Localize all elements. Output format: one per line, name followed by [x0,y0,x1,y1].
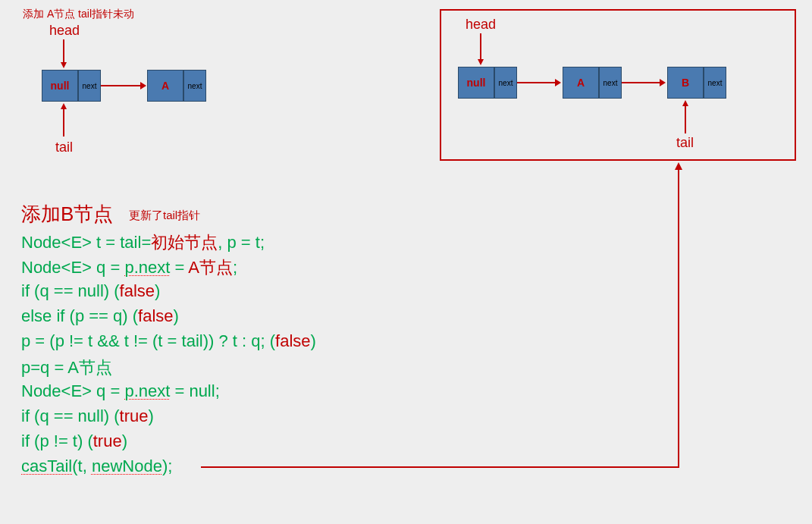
svg-marker-9 [555,79,561,86]
right-link1-arrow-icon [517,79,561,86]
right-head-arrow-icon [478,33,484,65]
left-tail-arrow-icon [61,103,67,136]
right-node1-next: next [494,67,517,99]
code-line-6: p=q = A节点 [21,356,112,379]
code-seg: ) [122,431,127,450]
code-seg: Node<E> q = [21,258,124,277]
code-title-sub: 更新了tail指针 [129,209,200,223]
code-seg: true [93,431,122,450]
code-seg: Node<E> q = [21,381,124,400]
right-node2-next: next [599,67,622,99]
svg-marker-14 [675,162,682,170]
right-node2-value: A [563,67,599,99]
right-node1-value-text: null [467,77,486,89]
code-seg: if (q == null) ( [21,281,120,300]
code-seg: ) [174,306,179,325]
code-seg: p.next [124,381,170,400]
left-head-arrow-icon [61,39,67,68]
code-line-9: if (p != t) (true) [21,431,127,451]
code-seg: Node<E> t = tail= [21,233,151,252]
code-seg: = [170,258,188,277]
code-seg: (t, [72,457,92,475]
code-line-10: casTail(t, newNode); [21,457,172,476]
right-link2-arrow-icon [622,79,666,86]
svg-marker-7 [478,59,484,65]
code-line-4: else if (p == q) (false) [21,306,179,326]
code-seg: else if (p == q) ( [21,306,138,325]
right-node1-value: null [458,67,494,99]
right-node3-value-text: B [682,77,689,89]
code-seg: ); [162,457,172,475]
left-node1-next: next [78,70,101,102]
left-node2-value: A [147,70,183,102]
code-seg: if (q == null) ( [21,406,120,425]
code-seg: if (p != t) ( [21,431,93,450]
code-line-8: if (q == null) (true) [21,406,154,426]
left-node1-value-text: null [51,80,70,92]
left-node2-value-text: A [161,80,169,92]
right-head-label: head [466,17,496,33]
svg-marker-1 [61,62,67,68]
right-node1-next-text: next [499,79,513,87]
right-node2-value-text: A [577,77,585,89]
svg-marker-3 [140,82,146,89]
left-node1-next-text: next [83,82,97,90]
code-title-main: 添加B节点 [21,201,113,227]
left-node1-value: null [42,70,78,102]
code-seg: newNode [92,457,162,475]
left-diagram-title: 添加 A节点 tail指针未动 [23,8,134,21]
right-node3-next-text: next [708,79,723,87]
right-node3-value: B [667,67,704,99]
left-head-label: head [49,23,80,39]
right-node2-next-text: next [604,79,618,87]
left-link-arrow-icon [101,82,146,89]
svg-marker-5 [61,103,67,109]
left-tail-label: tail [55,140,73,155]
code-seg: false [138,306,173,325]
result-arrow-icon [201,161,686,472]
right-tail-label: tail [676,135,694,151]
code-seg: ) [149,406,154,425]
code-seg: true [120,406,149,425]
code-seg: casTail [21,457,72,475]
right-node3-next: next [704,67,726,99]
code-seg: ) [155,281,160,300]
code-seg: p.next [124,258,170,277]
code-seg: false [120,281,155,300]
svg-marker-13 [682,100,688,106]
left-node2-next-text: next [188,82,202,90]
code-seg: p=q = A节点 [21,358,112,377]
svg-marker-11 [660,79,666,86]
left-node2-next: next [183,70,206,102]
right-tail-arrow-icon [682,100,688,133]
code-line-7: Node<E> q = p.next = null; [21,381,220,401]
code-line-3: if (q == null) (false) [21,281,160,301]
